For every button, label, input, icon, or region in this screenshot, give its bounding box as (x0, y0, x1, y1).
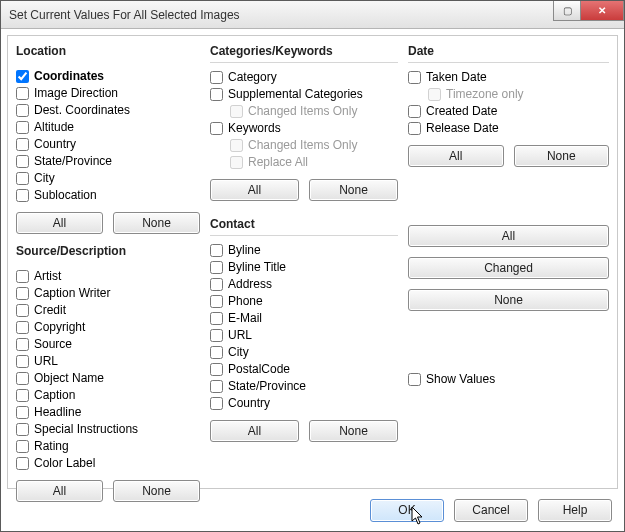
checkbox-row[interactable]: Source (16, 336, 200, 353)
checkbox-row[interactable]: Changed Items Only (210, 103, 398, 120)
checkbox-row[interactable]: Byline Title (210, 259, 398, 276)
checkbox-row[interactable]: State/Province (16, 153, 200, 170)
checkbox-row[interactable]: Replace All (210, 154, 398, 171)
checkbox-row[interactable]: Special Instructions (16, 421, 200, 438)
checkbox-label: Headline (34, 404, 81, 421)
checkbox-input[interactable] (210, 329, 223, 342)
checkbox-input[interactable] (210, 71, 223, 84)
checkbox-row[interactable]: Release Date (408, 120, 609, 137)
checkbox-row[interactable]: Image Direction (16, 85, 200, 102)
checkbox-row[interactable]: Altitude (16, 119, 200, 136)
categories-all-button[interactable]: All (210, 179, 299, 201)
checkbox-label: Rating (34, 438, 69, 455)
checkbox-input[interactable] (16, 87, 29, 100)
checkbox-row[interactable]: Copyright (16, 319, 200, 336)
checkbox-row[interactable]: City (210, 344, 398, 361)
checkbox-input[interactable] (210, 122, 223, 135)
checkbox-row[interactable]: Keywords (210, 120, 398, 137)
cancel-button[interactable]: Cancel (454, 499, 528, 522)
help-button[interactable]: Help (538, 499, 612, 522)
date-all-button[interactable]: All (408, 145, 504, 167)
checkbox-input[interactable] (16, 70, 29, 83)
checkbox-input[interactable] (16, 189, 29, 202)
global-none-button[interactable]: None (408, 289, 609, 311)
checkbox-input[interactable] (408, 71, 421, 84)
checkbox-row[interactable]: Caption Writer (16, 285, 200, 302)
show-values-input[interactable] (408, 373, 421, 386)
checkbox-input[interactable] (16, 155, 29, 168)
checkbox-row[interactable]: Rating (16, 438, 200, 455)
checkbox-row[interactable]: URL (16, 353, 200, 370)
checkbox-row[interactable]: E-Mail (210, 310, 398, 327)
close-button[interactable]: ✕ (580, 1, 624, 21)
global-all-button[interactable]: All (408, 225, 609, 247)
checkbox-input[interactable] (210, 261, 223, 274)
checkbox-input[interactable] (16, 270, 29, 283)
checkbox-row[interactable]: Object Name (16, 370, 200, 387)
checkbox-row[interactable]: URL (210, 327, 398, 344)
checkbox-row[interactable]: Category (210, 69, 398, 86)
checkbox-input[interactable] (210, 363, 223, 376)
checkbox-row[interactable]: Taken Date (408, 69, 609, 86)
checkbox-row[interactable]: Coordinates (16, 68, 200, 85)
checkbox-input[interactable] (16, 389, 29, 402)
checkbox-input[interactable] (16, 457, 29, 470)
dialog-footer: OK Cancel Help (1, 495, 624, 525)
checkbox-row[interactable]: Country (210, 395, 398, 412)
contact-all-button[interactable]: All (210, 420, 299, 442)
checkbox-row[interactable]: Supplemental Categories (210, 86, 398, 103)
checkbox-input[interactable] (210, 88, 223, 101)
show-values-checkbox[interactable]: Show Values (408, 371, 609, 388)
checkbox-row[interactable]: Headline (16, 404, 200, 421)
location-all-button[interactable]: All (16, 212, 103, 234)
checkbox-input[interactable] (408, 122, 421, 135)
checkbox-input[interactable] (210, 346, 223, 359)
ok-button[interactable]: OK (370, 499, 444, 522)
checkbox-input[interactable] (16, 338, 29, 351)
separator (210, 235, 398, 236)
checkbox-label: Created Date (426, 103, 497, 120)
checkbox-row[interactable]: Changed Items Only (210, 137, 398, 154)
checkbox-input[interactable] (16, 138, 29, 151)
checkbox-row[interactable]: City (16, 170, 200, 187)
checkbox-row[interactable]: Created Date (408, 103, 609, 120)
checkbox-row[interactable]: Color Label (16, 455, 200, 472)
checkbox-input[interactable] (210, 244, 223, 257)
checkbox-input[interactable] (210, 295, 223, 308)
date-none-button[interactable]: None (514, 145, 610, 167)
checkbox-input[interactable] (16, 172, 29, 185)
contact-none-button[interactable]: None (309, 420, 398, 442)
checkbox-input[interactable] (16, 372, 29, 385)
checkbox-row[interactable]: Address (210, 276, 398, 293)
checkbox-input[interactable] (16, 440, 29, 453)
checkbox-row[interactable]: PostalCode (210, 361, 398, 378)
checkbox-row[interactable]: Timezone only (408, 86, 609, 103)
checkbox-input[interactable] (16, 104, 29, 117)
checkbox-row[interactable]: Sublocation (16, 187, 200, 204)
checkbox-input[interactable] (16, 406, 29, 419)
checkbox-row[interactable]: Country (16, 136, 200, 153)
checkbox-input[interactable] (408, 105, 421, 118)
checkbox-input[interactable] (16, 287, 29, 300)
checkbox-row[interactable]: Credit (16, 302, 200, 319)
checkbox-input[interactable] (210, 312, 223, 325)
source-title: Source/Description (16, 242, 200, 260)
checkbox-row[interactable]: Phone (210, 293, 398, 310)
checkbox-input[interactable] (16, 321, 29, 334)
location-none-button[interactable]: None (113, 212, 200, 234)
global-changed-button[interactable]: Changed (408, 257, 609, 279)
checkbox-input[interactable] (16, 355, 29, 368)
checkbox-input[interactable] (16, 121, 29, 134)
checkbox-input[interactable] (210, 380, 223, 393)
minimize-button[interactable]: ▢ (553, 1, 581, 21)
checkbox-input[interactable] (210, 278, 223, 291)
checkbox-row[interactable]: Caption (16, 387, 200, 404)
checkbox-input[interactable] (210, 397, 223, 410)
checkbox-input[interactable] (16, 423, 29, 436)
categories-none-button[interactable]: None (309, 179, 398, 201)
checkbox-row[interactable]: Dest. Coordinates (16, 102, 200, 119)
checkbox-input[interactable] (16, 304, 29, 317)
checkbox-row[interactable]: Byline (210, 242, 398, 259)
checkbox-row[interactable]: State/Province (210, 378, 398, 395)
checkbox-row[interactable]: Artist (16, 268, 200, 285)
